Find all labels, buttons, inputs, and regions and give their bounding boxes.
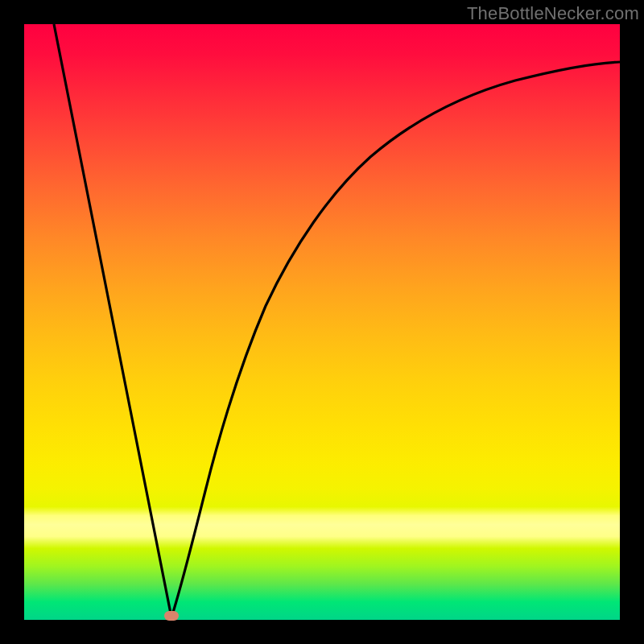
curve-layer [24,24,620,620]
optimal-marker [164,611,179,621]
chart-container: TheBottleNecker.com [0,0,644,644]
bottleneck-curve [54,24,620,617]
watermark: TheBottleNecker.com [467,3,639,24]
plot-area [24,24,620,620]
